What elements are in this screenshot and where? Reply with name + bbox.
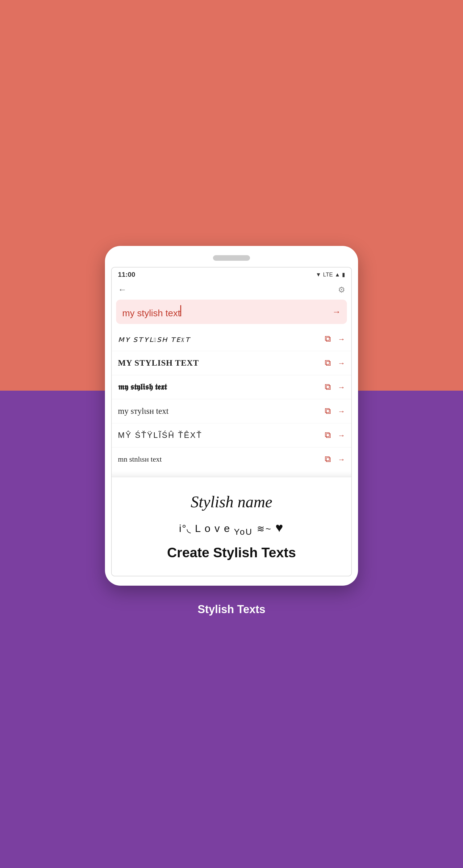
table-row: 𝖒𝖞 𝖘𝖙𝖞𝖑𝖎𝖘𝖍 𝖙𝖊𝖝𝖙 ⧉ → xyxy=(112,375,351,399)
copy-button-6[interactable]: ⧉ xyxy=(325,454,331,464)
table-row: MŶ ŚŤŸLĨŚĤ ŤÊXŤ ⧉ → xyxy=(112,423,351,447)
row-actions-2: ⧉ → xyxy=(325,358,345,368)
wavy-decoration: ≋~ xyxy=(257,524,275,534)
result-text-4: my ѕтylιѕн text xyxy=(118,406,325,416)
navigate-button-3[interactable]: → xyxy=(338,383,345,392)
copy-button-2[interactable]: ⧉ xyxy=(325,358,331,368)
lte-label: LTE xyxy=(323,272,333,278)
result-text-6: mn ѕtnlιѕн text xyxy=(118,455,325,463)
search-value: my stylish text xyxy=(122,308,180,318)
result-text-3: 𝖒𝖞 𝖘𝖙𝖞𝖑𝖎𝖘𝖍 𝖙𝖊𝖝𝖙 xyxy=(118,382,325,392)
promo-love-line: i°◟ L o v e YoU ≋~ ♥ xyxy=(117,520,346,537)
top-nav: ← ⚙ xyxy=(112,282,351,300)
result-text-5: MŶ ŚŤŸLĨŚĤ ŤÊXŤ xyxy=(118,430,325,440)
promo-cta[interactable]: Create Stylish Texts xyxy=(117,545,346,560)
love-sub-text: YoU xyxy=(234,527,253,536)
phone-notch xyxy=(213,255,250,261)
status-icons: ▼ LTE ▲ ▮ xyxy=(316,271,345,278)
table-row: my ѕтylιѕн text ⧉ → xyxy=(112,399,351,423)
navigate-button-4[interactable]: → xyxy=(338,407,345,416)
phone-screen: 11:00 ▼ LTE ▲ ▮ ← ⚙ my stylish text → xyxy=(111,267,352,577)
copy-button-1[interactable]: ⧉ xyxy=(325,334,331,344)
navigate-button-2[interactable]: → xyxy=(338,359,345,368)
search-input[interactable]: my stylish text xyxy=(122,305,329,318)
row-actions-3: ⧉ → xyxy=(325,382,345,392)
row-actions-4: ⧉ → xyxy=(325,406,345,416)
wifi-icon: ▼ xyxy=(316,272,321,278)
battery-icon: ▮ xyxy=(342,271,345,278)
search-go-button[interactable]: → xyxy=(332,307,341,317)
copy-button-5[interactable]: ⧉ xyxy=(325,430,331,440)
table-row: MY STYLISH TEXT ⧉ → xyxy=(112,351,351,375)
promo-title: Stylish name xyxy=(117,493,346,511)
phone-shell: 11:00 ▼ LTE ▲ ▮ ← ⚙ my stylish text → xyxy=(105,246,358,586)
row-actions-1: ⧉ → xyxy=(325,334,345,344)
text-cursor xyxy=(180,305,181,316)
status-bar: 11:00 ▼ LTE ▲ ▮ xyxy=(112,268,351,282)
promo-card: Stylish name i°◟ L o v e YoU ≋~ ♥ Create… xyxy=(111,477,352,576)
results-list: ᴍʏ ꜱᴛʏʟɪꜱʜ ᴛᴇxᴛ ⧉ → MY STYLISH TEXT ⧉ → … xyxy=(112,327,351,471)
row-actions-6: ⧉ → xyxy=(325,454,345,464)
result-text-2: MY STYLISH TEXT xyxy=(118,358,325,368)
settings-button[interactable]: ⚙ xyxy=(338,285,345,295)
back-button[interactable]: ← xyxy=(118,285,127,295)
navigate-button-1[interactable]: → xyxy=(338,335,345,343)
row-actions-5: ⧉ → xyxy=(325,430,345,440)
navigate-button-5[interactable]: → xyxy=(338,431,345,440)
status-time: 11:00 xyxy=(118,271,135,279)
copy-button-4[interactable]: ⧉ xyxy=(325,406,331,416)
heart-icon: ♥ xyxy=(275,520,284,535)
navigate-button-6[interactable]: → xyxy=(338,455,345,464)
love-text-decoration: i°◟ L o v e xyxy=(179,522,234,534)
table-row: ᴍʏ ꜱᴛʏʟɪꜱʜ ᴛᴇxᴛ ⧉ → xyxy=(112,327,351,351)
signal-icon: ▲ xyxy=(335,272,340,278)
copy-button-3[interactable]: ⧉ xyxy=(325,382,331,392)
table-row: mn ѕtnlιѕн text ⧉ → xyxy=(112,447,351,471)
app-title: Stylish Texts xyxy=(191,592,271,622)
search-bar[interactable]: my stylish text → xyxy=(116,300,347,324)
result-text-1: ᴍʏ ꜱᴛʏʟɪꜱʜ ᴛᴇxᴛ xyxy=(118,334,325,344)
